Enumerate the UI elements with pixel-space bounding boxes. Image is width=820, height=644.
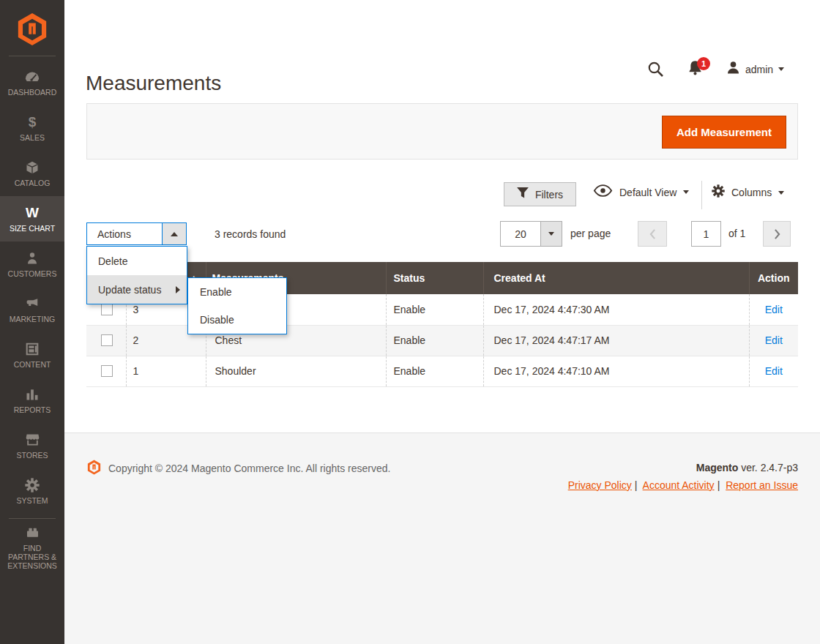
page-title: Measurements [86, 72, 221, 95]
row-checkbox[interactable] [101, 304, 113, 315]
created-at-cell: Dec 17, 2024 4:47:10 AM [483, 356, 749, 386]
toolbar-divider [701, 181, 702, 209]
menu-item-update-status[interactable]: Update status [87, 275, 187, 304]
menu-item-delete[interactable]: Delete [87, 247, 187, 275]
total-pages-label: of 1 [728, 228, 745, 239]
previous-page-button[interactable] [638, 221, 667, 247]
account-activity-link[interactable]: Account Activity [643, 479, 715, 491]
sidebar-item-label: REPORTS [14, 405, 51, 414]
actions-label: Actions [87, 223, 162, 244]
current-page-input[interactable] [691, 221, 721, 247]
sidebar-item-label: SALES [20, 133, 45, 142]
chevron-down-icon [683, 190, 689, 194]
copyright-text: Copyright © 2024 Magento Commerce Inc. A… [108, 463, 390, 474]
admin-account-menu[interactable]: admin [726, 61, 784, 78]
created-at-column-header[interactable]: Created At [483, 262, 749, 294]
page-size-dropdown[interactable] [541, 221, 562, 247]
chevron-up-icon [171, 232, 178, 236]
chevron-down-icon [778, 67, 784, 71]
page: Copyright © 2024 Magento Commerce Inc. A… [0, 0, 820, 644]
privacy-policy-link[interactable]: Privacy Policy [568, 479, 632, 491]
update-status-submenu: Enable Disable [187, 277, 287, 334]
sidebar-item-sales[interactable]: $ SALES [0, 105, 64, 151]
sidebar-divider [9, 56, 56, 56]
notification-badge[interactable]: 1 [697, 57, 710, 70]
sidebar-item-label: SIZE CHART [10, 224, 55, 233]
system-icon [25, 478, 40, 493]
row-checkbox[interactable] [101, 365, 113, 377]
created-at-cell: Dec 17, 2024 4:47:17 AM [483, 325, 749, 356]
row-checkbox[interactable] [101, 334, 113, 346]
page-actions-panel: Add Measurement [86, 103, 798, 160]
sidebar-item-customers[interactable]: CUSTOMERS [0, 242, 64, 287]
eye-icon [593, 184, 613, 200]
sidebar-item-catalog[interactable]: CATALOG [0, 151, 64, 196]
status-column-header[interactable]: Status [386, 262, 483, 294]
user-icon [726, 61, 740, 78]
created-at-cell: Dec 17, 2024 4:47:30 AM [483, 294, 749, 325]
menu-item-enable[interactable]: Enable [188, 278, 286, 306]
chevron-right-icon [176, 286, 180, 293]
magento-logo[interactable] [0, 0, 64, 51]
sidebar-item-system[interactable]: SYSTEM [0, 468, 64, 514]
actions-dropdown-button[interactable]: Actions [86, 222, 187, 245]
action-column-header[interactable]: Action [749, 262, 798, 294]
add-measurement-button[interactable]: Add Measurement [662, 116, 786, 149]
sidebar-item-label: DASHBOARD [8, 88, 57, 97]
status-cell: Enable [386, 356, 483, 386]
sidebar-item-label: SYSTEM [16, 496, 48, 505]
sidebar-item-label: MARKETING [10, 315, 55, 323]
content-icon [25, 342, 40, 356]
catalog-icon [25, 160, 40, 175]
chevron-down-icon [778, 191, 784, 195]
sidebar-item-label: CONTENT [14, 360, 51, 369]
marketing-icon [25, 296, 40, 311]
table-row: 1 Shoulder Enable Dec 17, 2024 4:47:10 A… [86, 356, 798, 386]
page-size-value: 20 [500, 221, 541, 247]
actions-arrow-box[interactable] [162, 223, 186, 244]
sidebar-item-label: CATALOG [15, 179, 51, 187]
sidebar-item-label: STORES [17, 451, 48, 460]
chevron-down-icon [548, 232, 554, 236]
sidebar: DASHBOARD $ SALES CATALOG W SIZE CHART [0, 0, 64, 644]
update-status-label: Update status [98, 284, 161, 296]
admin-username: admin [745, 64, 773, 75]
per-page-label: per page [570, 228, 611, 239]
actions-dropdown-menu: Delete Update status [86, 246, 187, 304]
link-separator: | [718, 479, 720, 491]
brand-name: Magento [696, 462, 739, 473]
id-cell: 1 [126, 356, 206, 386]
sidebar-item-size-chart[interactable]: W SIZE CHART [0, 196, 64, 242]
view-control[interactable]: Default View [593, 184, 689, 200]
gear-icon [712, 184, 725, 201]
sidebar-item-content[interactable]: CONTENT [0, 332, 64, 378]
sidebar-item-label: FIND PARTNERS & EXTENSIONS [2, 544, 62, 570]
sidebar-nav: DASHBOARD $ SALES CATALOG W SIZE CHART [0, 60, 64, 576]
partners-icon [25, 525, 40, 540]
menu-item-disable[interactable]: Disable [188, 306, 286, 334]
report-issue-link[interactable]: Report an Issue [726, 479, 798, 491]
search-icon[interactable] [646, 60, 664, 80]
status-cell: Enable [386, 294, 483, 325]
view-label: Default View [619, 187, 676, 198]
sidebar-item-reports[interactable]: REPORTS [0, 378, 64, 423]
sidebar-item-stores[interactable]: STORES [0, 423, 64, 468]
next-page-button[interactable] [763, 221, 791, 247]
edit-link[interactable]: Edit [765, 304, 783, 315]
page-size-select[interactable]: 20 [500, 221, 562, 247]
customers-icon [26, 251, 39, 266]
sidebar-item-find-partners[interactable]: FIND PARTNERS & EXTENSIONS [0, 519, 64, 576]
edit-link[interactable]: Edit [765, 365, 783, 377]
edit-link[interactable]: Edit [765, 334, 783, 346]
filters-button[interactable]: Filters [504, 182, 576, 206]
filter-funnel-icon [517, 187, 529, 201]
version-text: Magento ver. 2.4.7-p3 [696, 462, 798, 473]
sales-icon: $ [29, 115, 37, 130]
reports-icon [25, 387, 40, 402]
dashboard-icon [24, 70, 40, 84]
sidebar-item-dashboard[interactable]: DASHBOARD [0, 60, 64, 105]
columns-control[interactable]: Columns [712, 184, 784, 201]
footer-links: Privacy Policy| Account Activity| Report… [568, 479, 798, 491]
sidebar-item-marketing[interactable]: MARKETING [0, 287, 64, 332]
stores-icon [25, 433, 40, 447]
